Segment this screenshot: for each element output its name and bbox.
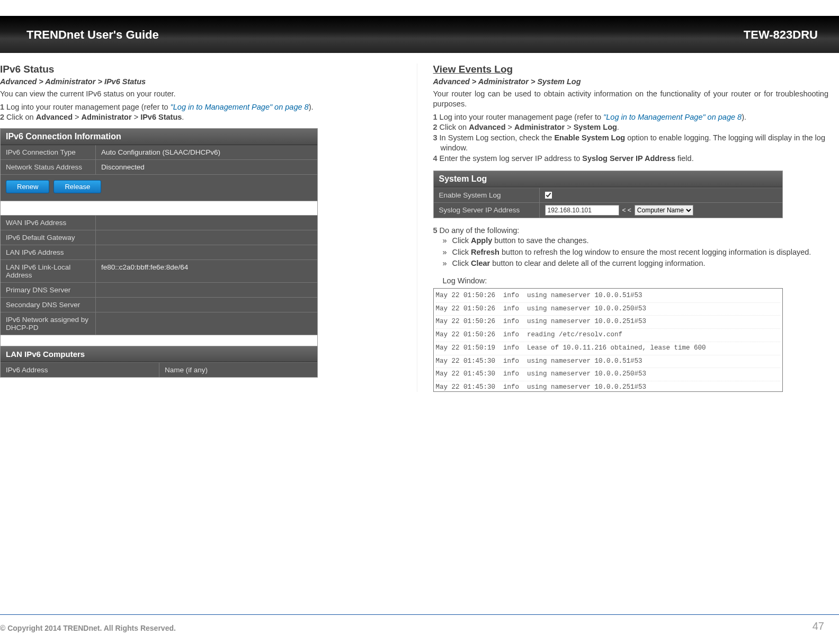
kv-row: Network Status Address Disconnected — [1, 159, 317, 174]
log-window[interactable]: May 22 01:50:26 info using nameserver 10… — [433, 288, 783, 392]
log-window-label: Log Window: — [443, 276, 829, 285]
ipv6-step-2: 2 Click on Advanced > Administrator > IP… — [0, 112, 396, 123]
log-line: May 22 01:45:30 info using nameserver 10… — [436, 355, 780, 369]
events-title: View Events Log — [433, 64, 829, 75]
copyright: © Copyright 2014 TRENDnet. All Rights Re… — [0, 624, 176, 632]
ipv6-panel-title: IPv6 Connection Information — [1, 129, 317, 145]
renew-button[interactable]: Renew — [6, 180, 49, 193]
release-button[interactable]: Release — [53, 180, 101, 193]
syslog-panel-title: System Log — [434, 171, 782, 187]
ipv6-panel: IPv6 Connection Information IPv6 Connect… — [0, 128, 318, 378]
log-line: May 22 01:45:30 info using nameserver 10… — [436, 368, 780, 381]
events-step-5: 5 Do any of the following: — [433, 226, 829, 236]
ipv6-title: IPv6 Status — [0, 64, 396, 75]
kv-row: IPv6 Connection Type Auto Configuration … — [1, 145, 317, 159]
log-line: May 22 01:50:19 info Lease of 10.0.11.21… — [436, 342, 780, 355]
enable-syslog-checkbox[interactable] — [545, 191, 552, 199]
events-step-4: 4 Enter the system log server IP address… — [433, 154, 829, 164]
syslog-enable-row: Enable System Log — [434, 187, 782, 202]
ipv6-rows-1: IPv6 Connection Type Auto Configuration … — [1, 145, 317, 174]
events-step-1: 1 Log into your router management page (… — [433, 112, 829, 123]
events-step-2: 2 Click on Advanced > Administrator > Sy… — [433, 122, 829, 133]
bullet-apply: » Click Apply button to save the changes… — [443, 236, 829, 246]
log-line: May 22 01:50:26 info using nameserver 10… — [436, 316, 780, 329]
doc-footer: © Copyright 2014 TRENDnet. All Rights Re… — [0, 614, 839, 632]
ipv6-breadcrumb: Advanced > Administrator > IPv6 Status — [0, 77, 396, 86]
log-line: May 22 01:50:26 info using nameserver 10… — [436, 303, 780, 316]
panel-spacer — [1, 335, 317, 346]
bullet-refresh: » Click Refresh button to refresh the lo… — [443, 247, 829, 258]
events-step-3: 3 In System Log section, check the Enabl… — [433, 133, 829, 154]
bullet-clear: » Click Clear button to clear and delete… — [443, 258, 829, 269]
events-breadcrumb: Advanced > Administrator > System Log — [433, 77, 829, 86]
log-line: May 22 01:50:26 info reading /etc/resolv… — [436, 329, 780, 342]
ipv6-button-row: Renew Release — [1, 174, 317, 201]
log-line: May 22 01:50:26 info using nameserver 10… — [436, 290, 780, 303]
doc-header: TRENDnet User's Guide TEW-823DRU — [0, 16, 839, 53]
syslog-ip-input[interactable] — [545, 205, 619, 216]
syslog-arrow-icon: < < — [622, 207, 631, 214]
lan-ipv6-header-row: IPv6 Address Name (if any) — [1, 362, 317, 377]
link-login-page[interactable]: "Log in to Management Page" on page 8 — [603, 113, 742, 121]
syslog-ip-row: Syslog Server IP Address < < Computer Na… — [434, 202, 782, 218]
syslog-computer-select[interactable]: Computer Name — [635, 205, 693, 216]
log-line: May 22 01:45:30 info using nameserver 10… — [436, 381, 780, 392]
lan-ipv6-title: LAN IPv6 Computers — [1, 346, 317, 362]
ipv6-intro: You can view the current IPv6 status on … — [0, 89, 396, 99]
ipv6-rows-2: WAN IPv6 Address IPv6 Default Gateway LA… — [1, 216, 317, 335]
link-login-page[interactable]: "Log in to Management Page" on page 8 — [171, 103, 309, 111]
page-number: 47 — [813, 620, 824, 632]
ipv6-step-1: 1 Log into your router management page (… — [0, 102, 396, 113]
doc-title: TRENDnet User's Guide — [26, 28, 159, 42]
panel-spacer — [1, 201, 317, 216]
events-intro: Your router log can be used to obtain ac… — [433, 89, 829, 109]
syslog-panel: System Log Enable System Log Syslog Serv… — [433, 171, 783, 218]
doc-model: TEW-823DRU — [744, 28, 818, 42]
